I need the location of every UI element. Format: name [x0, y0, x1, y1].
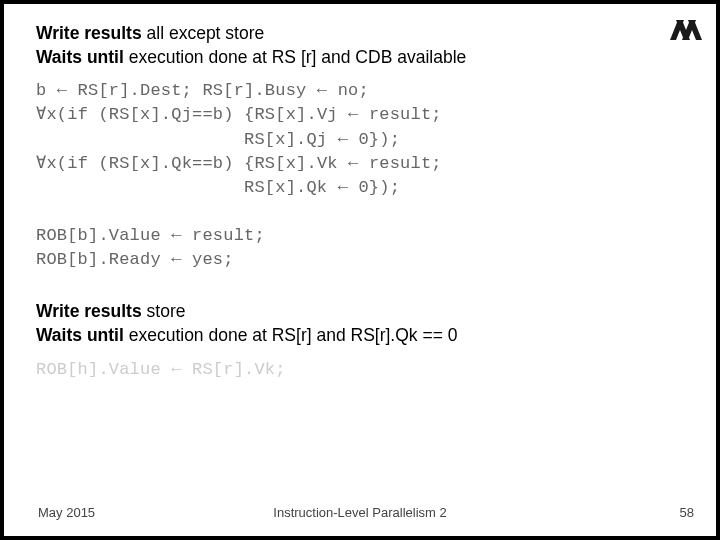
section2-line2-rest: execution done at RS[r] and RS[r].Qk == …: [124, 325, 458, 345]
section2: Write results store Waits until executio…: [36, 300, 656, 381]
footer-page: 58: [680, 505, 694, 520]
svg-rect-0: [664, 10, 708, 48]
section2-code: ROB[h].Value ← RS[r].Vk;: [36, 358, 656, 382]
slide-content: Write results all except store Waits unt…: [36, 22, 656, 382]
section1-line1-rest: all except store: [142, 23, 265, 43]
section1-heading: Write results all except store Waits unt…: [36, 22, 656, 69]
section1-line2-rest: execution done at RS [r] and CDB availab…: [124, 47, 466, 67]
section2-heading: Write results store Waits until executio…: [36, 300, 656, 347]
footer-title: Instruction-Level Parallelism 2: [4, 505, 716, 520]
section1-line1-bold: Write results: [36, 23, 142, 43]
section1-code: b ← RS[r].Dest; RS[r].Busy ← no; ∀x(if (…: [36, 79, 656, 272]
section2-line2-bold: Waits until: [36, 325, 124, 345]
university-logo: [664, 10, 708, 48]
section1-line2-bold: Waits until: [36, 47, 124, 67]
section2-line1-rest: store: [142, 301, 186, 321]
slide: Write results all except store Waits unt…: [4, 4, 716, 536]
section2-line1-bold: Write results: [36, 301, 142, 321]
